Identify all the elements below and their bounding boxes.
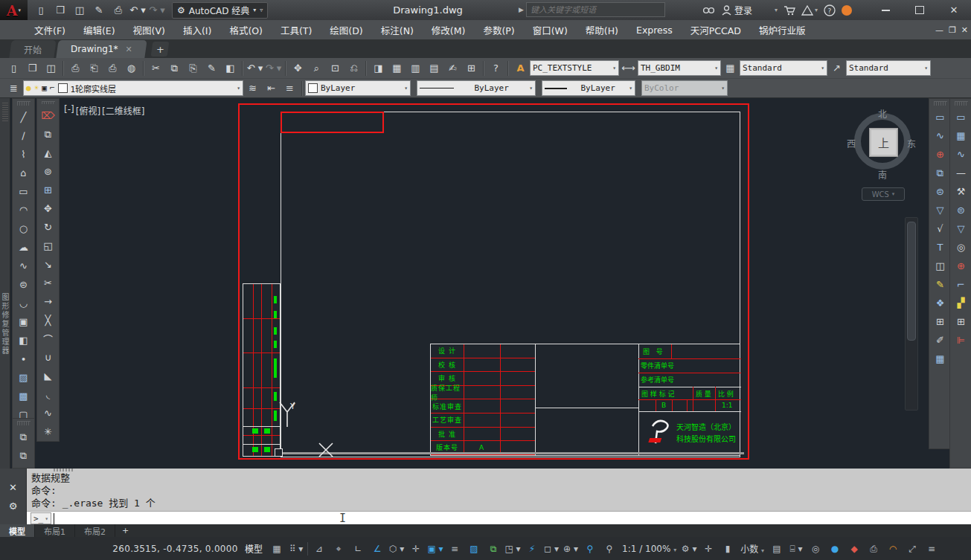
quick-properties-icon[interactable]: ▤ [767,541,786,557]
menu-parametric[interactable]: 参数(P) [474,20,523,39]
layer-unlock-icon[interactable]: ⌐ [50,83,55,93]
mleader-style-icon[interactable]: ↗ [827,59,846,77]
pccad-corner-icon[interactable]: ⌐ [952,275,971,294]
viewcube-west[interactable]: 西 [847,137,856,149]
pccad-detail-icon[interactable]: ◎ [952,238,971,257]
dim-style-icon[interactable]: ⟷ [619,59,638,77]
copy-clip-icon[interactable]: ⧉ [165,59,184,77]
save-icon[interactable]: ◫ [42,59,60,77]
send-to-back-icon[interactable]: ⧉ [14,446,33,465]
menu-dimension[interactable]: 标注(N) [372,20,423,39]
viewport-menu-control[interactable]: [-] [64,104,74,117]
circle-icon[interactable]: ○ [14,219,33,238]
save-icon[interactable]: ◫ [71,2,89,19]
paste-icon[interactable]: ⎘ [184,59,202,77]
ortho-icon[interactable]: ∟ [348,541,368,557]
model-space-toggle[interactable]: 模型 [240,541,267,557]
command-input-line[interactable]: >_▾ I [27,511,971,525]
plot-icon[interactable]: ⎙ [66,59,85,77]
command-prompt-button[interactable]: >_▾ [31,512,51,524]
zoom-window-icon[interactable]: ⊡ [326,59,345,77]
extend-icon[interactable]: → [39,292,58,311]
isodraft-icon[interactable]: ⬡ ▾ [387,541,406,557]
clean-screen-icon[interactable]: ⤢ [903,541,922,557]
selection-cycling-icon[interactable]: ⧉ [484,541,503,557]
drawing-area[interactable]: 图形修复管理器 ╱∕⌇⌂▭◠○☁∿⊜◡▣◧∙▨▩▢▦A ⌦⧉◭⊚⊞✥↻◱↘✂→╳… [0,98,971,469]
redo-icon[interactable]: ↷ ▾ [264,59,283,77]
pccad-table-icon[interactable]: ▦ [931,350,950,368]
open-icon[interactable]: ❒ [23,59,42,77]
revision-cloud-icon[interactable]: ☁ [14,238,33,257]
preview-icon[interactable]: ⎗ [85,59,103,77]
cut-icon[interactable]: ✂ [147,59,165,77]
infer-constraints-icon[interactable]: ⊿ [310,541,329,557]
menu-window[interactable]: 窗口(W) [524,20,577,39]
object-snap-tracking-icon[interactable]: ✛ [406,541,426,557]
pccad-title-table-icon[interactable]: ▦ [952,126,971,145]
scrollbar-thumb[interactable] [907,222,916,341]
new-icon[interactable]: ▯ [32,2,50,19]
layer-previous-icon[interactable]: ⇤ [262,80,281,97]
toolbar-grip[interactable] [955,101,968,106]
color-combo[interactable]: ByLayer▾ [305,80,411,96]
annotation-scale-control[interactable]: 1:1 / 100% ▾ [619,544,679,554]
redo-icon[interactable]: ↷ ▾ [148,2,166,19]
arc-icon[interactable]: ◠ [14,201,33,219]
join-icon[interactable]: ∪ [39,348,58,367]
properties-icon[interactable]: ◨ [369,59,388,77]
menu-draw[interactable]: 绘图(D) [321,20,371,39]
snap-icon[interactable]: ⠿ ▾ [286,541,306,557]
units-precision-control[interactable]: 小数 ▾ [737,542,767,555]
pccad-block-icon[interactable]: ⊞ [931,312,950,331]
selected-line[interactable] [283,452,744,454]
selection-filter-icon[interactable]: ◻ ▾ [542,541,561,557]
tab-start[interactable]: 开始 [9,40,56,58]
new-tab-button[interactable]: + [150,42,169,57]
annotation-autoscale-icon[interactable]: ⚲ [600,541,619,557]
array-icon[interactable]: ⊞ [39,181,58,199]
chamfer-icon[interactable]: ◣ [39,367,58,385]
sign-in-button[interactable]: 登录 ▾ [722,4,778,16]
pccad-target2-icon[interactable]: ⊕ [952,257,971,275]
designcenter-icon[interactable]: ▦ [388,59,406,77]
break-at-point-icon[interactable]: ╳ [39,311,58,329]
pccad-datum-target-icon[interactable]: ⊕ [931,145,950,164]
open-icon[interactable]: ❒ [51,2,69,19]
lineweight-icon[interactable]: ≡ [445,541,464,557]
help-icon[interactable]: ? [487,59,505,77]
table-style-icon[interactable]: ▦ [721,59,740,77]
tab-layout1[interactable]: 布局1 [35,524,75,537]
rectangle-icon[interactable]: ▭ [14,182,33,201]
app-store-cart-icon[interactable] [783,2,795,19]
pccad-copy-icon[interactable]: ⧉ [931,164,950,182]
pccad-assistant-icon[interactable]: ◆ [845,541,864,557]
tab-layout2[interactable]: 布局2 [75,524,115,537]
offset-icon[interactable]: ⊚ [39,162,58,181]
copy-icon[interactable]: ⧉ [39,125,58,144]
move-icon[interactable]: ✥ [39,199,58,218]
pccad-leader-icon[interactable]: ∿ [931,126,950,145]
toolbar-grip[interactable] [42,101,55,104]
doc-close-button[interactable]: ✕ [961,25,968,35]
grip-handle[interactable] [275,448,283,457]
pccad-probe-icon[interactable]: ✐ [931,331,950,350]
dynamic-input-icon[interactable]: ⌖ [329,541,348,557]
make-layer-current-icon[interactable]: ≋ [243,80,262,97]
viewport-view-control[interactable]: [俯视] [76,104,100,117]
spline-icon[interactable]: ∿ [14,257,33,275]
lock-ui-icon[interactable]: ⌸ ▾ [786,541,806,557]
new-layout-button[interactable]: + [115,524,135,537]
pccad-roughness-icon[interactable]: √ [931,219,950,238]
menu-pccad[interactable]: 天河PCCAD [682,20,750,39]
pccad-leader2-icon[interactable]: ∿ [952,145,971,164]
undo-icon[interactable]: ↶ ▾ [246,59,264,77]
layer-states-icon[interactable]: ≡ [281,80,299,97]
layer-combo[interactable]: ● ☀ ▣ ⌐ 1轮廓实线层 ▾ [23,80,243,96]
mirror-icon[interactable]: ◭ [39,144,58,162]
doc-restore-button[interactable]: ❐ [949,25,956,35]
viewcube-wcs-menu[interactable]: WCS▾ [862,187,905,201]
zoom-previous-icon[interactable]: ⎌ [345,59,363,77]
pccad-sketch-icon[interactable]: ⚒ [952,182,971,201]
plot-icon[interactable]: ⎙ [109,2,127,19]
maximize-button[interactable] [903,0,937,20]
